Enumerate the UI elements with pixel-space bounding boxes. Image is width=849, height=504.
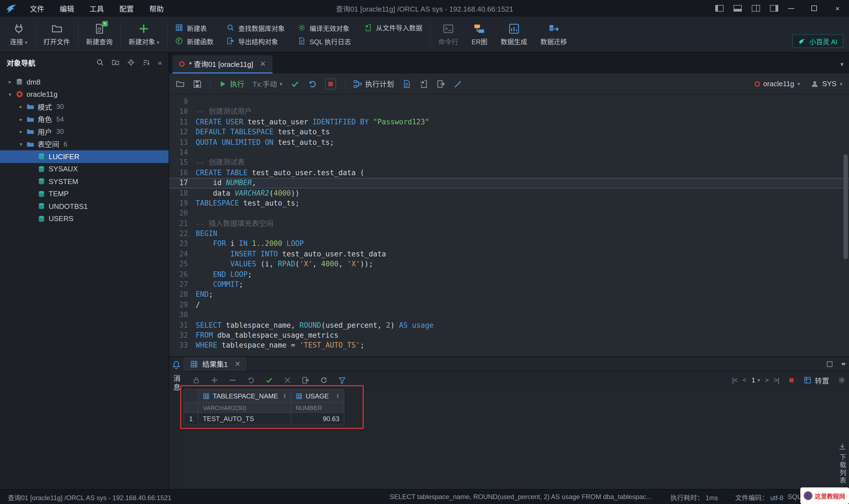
run-button[interactable]: 执行 [219, 78, 244, 89]
connect-button[interactable]: 连接▾ [3, 17, 34, 52]
toggle-right-panel-icon[interactable] [770, 5, 778, 12]
code-line-23[interactable]: 23 FOR i IN 1..2000 LOOP [169, 239, 849, 249]
editor-scrollbar[interactable] [844, 154, 848, 259]
sort-toggle-icon[interactable]: ▲▼ [336, 393, 339, 399]
collapse-results-icon[interactable]: ▾▾ [841, 361, 845, 367]
dock-right-icon[interactable] [436, 79, 445, 88]
find-db-object-button[interactable]: 查找数据库对象 [227, 23, 285, 32]
chevron-collapsed-icon[interactable]: ▸ [17, 129, 25, 134]
code-line-12[interactable]: 12DEFAULT TABLESPACE test_auto_ts [169, 127, 849, 137]
stop-button[interactable] [325, 78, 336, 89]
maximize-button[interactable] [802, 0, 826, 17]
format-sql-icon[interactable] [453, 79, 462, 88]
result-table[interactable]: TABLESPACE_NAME▲▼USAGE▲▼VARCHAR2(30)NUMB… [183, 389, 344, 426]
export-struct-button[interactable]: 导出结构对象 [227, 36, 285, 46]
code-line-20[interactable]: 20 [169, 209, 849, 219]
menu-帮助[interactable]: 帮助 [142, 0, 171, 17]
column-header-TABLESPACE_NAME[interactable]: TABLESPACE_NAME▲▼ [198, 389, 291, 402]
data-gen-button[interactable]: 数据生成 [494, 17, 534, 52]
result-set-tab[interactable]: 结果集1 ✕ [183, 357, 248, 371]
open-file-icon[interactable] [176, 79, 185, 88]
chevron-collapsed-icon[interactable]: ▸ [5, 79, 14, 85]
code-line-14[interactable]: 14 [169, 147, 849, 158]
cell-TABLESPACE_NAME[interactable]: TEST_AUTO_TS [198, 413, 291, 425]
code-line-24[interactable]: 24 INSERT INTO test_auto_user.test_data [169, 249, 849, 259]
new-folder-icon[interactable] [112, 58, 120, 66]
commit-icon[interactable] [290, 79, 299, 88]
sort-toggle-icon[interactable]: ▲▼ [283, 393, 286, 399]
code-line-26[interactable]: 26 END LOOP; [169, 269, 849, 280]
code-line-33[interactable]: 33WHERE tablespace_name = 'TEST_AUTO_TS'… [169, 341, 849, 351]
notifications-bell-icon[interactable] [172, 360, 181, 369]
tree-item-LUCIFER[interactable]: LUCIFER [0, 150, 168, 163]
code-line-31[interactable]: 31SELECT tablespace_name, ROUND(used_per… [169, 320, 849, 330]
chevron-collapsed-icon[interactable]: ▸ [17, 116, 25, 122]
tree-item-dm8[interactable]: ▸dm8 [0, 76, 168, 88]
sql-log-button[interactable]: SQL 执行日志 [298, 36, 351, 46]
toggle-left-panel-icon[interactable] [715, 5, 724, 12]
code-line-16[interactable]: 16CREATE TABLE test_auto_user.test_data … [169, 168, 849, 178]
tree-item-角色[interactable]: ▸角色54 [0, 113, 168, 125]
result-row-1[interactable]: 1TEST_AUTO_TS90.63 [184, 413, 344, 425]
toggle-bottom-panel-icon[interactable] [734, 5, 742, 12]
close-tab-icon[interactable]: ✕ [260, 60, 266, 68]
new-function-button[interactable]: 新建函数 [175, 36, 213, 46]
column-header-USAGE[interactable]: USAGE▲▼ [291, 389, 344, 402]
code-line-9[interactable]: 9 [169, 97, 849, 107]
rollback-icon[interactable] [308, 79, 317, 88]
sort-list-icon[interactable] [143, 58, 150, 66]
tree-item-模式[interactable]: ▸模式30 [0, 101, 168, 113]
chevron-expanded-icon[interactable]: ▾ [17, 142, 25, 147]
code-line-11[interactable]: 11CREATE USER test_auto_user IDENTIFIED … [169, 117, 849, 127]
code-editor[interactable]: 910-- 创建测试用户11CREATE USER test_auto_user… [169, 94, 849, 357]
code-line-21[interactable]: 21-- 插入数据填充表空间 [169, 219, 849, 229]
cmdline-button[interactable]: 命令行 [432, 17, 465, 52]
code-line-10[interactable]: 10-- 创建测试用户 [169, 107, 849, 117]
cancel-changes-icon[interactable] [284, 376, 291, 384]
code-line-30[interactable]: 30 [169, 310, 849, 320]
close-result-tab-icon[interactable]: ✕ [234, 360, 240, 368]
filter-icon[interactable] [338, 376, 346, 384]
tree-item-SYSAUX[interactable]: SYSAUX [0, 163, 168, 175]
stop-fetch-icon[interactable] [788, 377, 795, 383]
code-line-29[interactable]: 29/ [169, 300, 849, 310]
import-data-button[interactable]: 从文件导入数据 [364, 23, 422, 32]
apply-changes-icon[interactable] [265, 376, 273, 384]
code-line-17[interactable]: 17 id NUMBER, [169, 178, 849, 188]
menu-工具[interactable]: 工具 [82, 0, 112, 17]
menu-文件[interactable]: 文件 [22, 0, 52, 17]
user-selector[interactable]: SYS ▾ [811, 79, 842, 88]
code-line-19[interactable]: 19TABLESPACE test_auto_ts; [169, 198, 849, 209]
tree-item-USERS[interactable]: USERS [0, 213, 168, 225]
result-settings-gear-icon[interactable] [838, 376, 846, 384]
new-query-button[interactable]: + 新建查询 [79, 17, 119, 52]
export-result-icon[interactable] [302, 376, 309, 384]
connection-selector[interactable]: oracle11g ▾ [755, 79, 800, 88]
explain-plan-button[interactable]: 执行计划 [353, 78, 394, 89]
compile-invalid-button[interactable]: 编译无效对象 [298, 23, 351, 32]
chevron-expanded-icon[interactable]: ▾ [5, 92, 14, 97]
transpose-button[interactable]: 转置 [804, 375, 829, 385]
tree-item-TEMP[interactable]: TEMP [0, 187, 168, 200]
revert-icon[interactable] [247, 376, 255, 384]
minimize-button[interactable] [779, 0, 802, 17]
open-file-button[interactable]: 打开文件 [37, 17, 76, 52]
code-line-13[interactable]: 13QUOTA UNLIMITED ON test_auto_ts; [169, 137, 849, 147]
download-list-tab[interactable]: 下载列表 [838, 454, 847, 485]
status-encoding[interactable]: 文件编码： utf-8 [735, 492, 783, 502]
dock-left-icon[interactable] [419, 79, 428, 88]
er-diagram-button[interactable]: ER图 [465, 17, 494, 52]
editor-tab-query01[interactable]: * 查询01 [oracle11g] ✕ [173, 55, 272, 73]
save-file-icon[interactable] [193, 79, 202, 88]
next-page-button[interactable]: > [765, 376, 769, 384]
menu-编辑[interactable]: 编辑 [52, 0, 82, 17]
tree-item-oracle11g[interactable]: ▾oracle11g [0, 88, 168, 101]
search-icon[interactable] [96, 58, 104, 66]
tree-item-UNDOTBS1[interactable]: UNDOTBS1 [0, 200, 168, 213]
code-line-22[interactable]: 22BEGIN [169, 229, 849, 239]
page-selector[interactable]: 1 ▾ [752, 376, 760, 384]
code-line-32[interactable]: 32FROM dba_tablespace_usage_metrics [169, 330, 849, 341]
download-icon[interactable] [838, 443, 846, 450]
lock-icon[interactable] [192, 376, 200, 384]
code-line-27[interactable]: 27 COMMIT; [169, 280, 849, 290]
